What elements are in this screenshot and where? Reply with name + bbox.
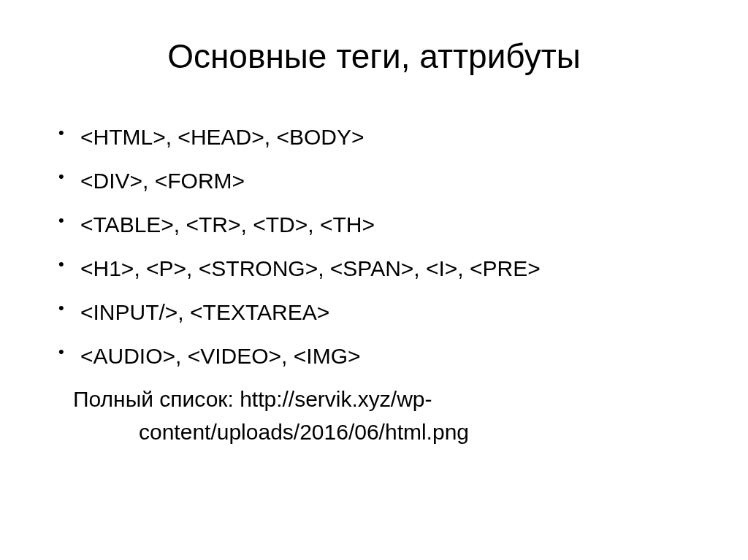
list-item: <TABLE>, <TR>, <TD>, <TH> bbox=[58, 207, 704, 242]
list-item: <HTML>, <HEAD>, <BODY> bbox=[58, 120, 704, 155]
footer-line-2: content/uploads/2016/06/html.png bbox=[88, 420, 469, 444]
bullet-list: <HTML>, <HEAD>, <BODY> <DIV>, <FORM> <TA… bbox=[44, 120, 704, 374]
list-item: <DIV>, <FORM> bbox=[58, 164, 704, 199]
list-item: <AUDIO>, <VIDEO>, <IMG> bbox=[58, 339, 704, 374]
footer-line-1: Полный список: http://servik.xyz/wp- bbox=[73, 387, 432, 411]
list-item: <INPUT/>, <TEXTAREA> bbox=[58, 295, 704, 330]
list-item: <H1>, <P>, <STRONG>, <SPAN>, <I>, <PRE> bbox=[58, 251, 704, 286]
footer-text: Полный список: http://servik.xyz/wp- con… bbox=[73, 383, 704, 448]
slide-title: Основные теги, аттрибуты bbox=[44, 37, 704, 76]
